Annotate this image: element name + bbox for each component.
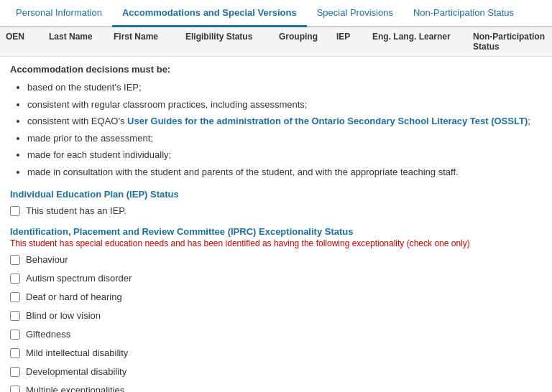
tab-special-provisions[interactable]: Special Provisions xyxy=(307,0,403,27)
osslt-link[interactable]: User Guides for the administration of th… xyxy=(127,116,528,126)
bullet-5: made for each student individually; xyxy=(27,148,542,162)
main-content: Accommodation decisions must be: based o… xyxy=(0,57,552,392)
col-header-oen: OEN xyxy=(6,32,49,52)
iprc-checkbox-giftedness[interactable] xyxy=(10,330,20,340)
iprc-checkbox-autism[interactable] xyxy=(10,274,20,284)
col-header-lastname: Last Name xyxy=(49,32,114,52)
col-header-eligibility: Eligibility Status xyxy=(185,32,279,52)
iprc-section: Identification, Placement and Review Com… xyxy=(10,226,542,392)
list-item: Deaf or hard of hearing xyxy=(10,291,542,302)
table-header-row: OEN Last Name First Name Eligibility Sta… xyxy=(0,27,552,57)
iprc-subtitle: This student has special education needs… xyxy=(10,238,542,248)
bullet-1: based on the student's IEP; xyxy=(27,80,542,95)
iprc-label-deaf: Deaf or hard of hearing xyxy=(26,291,122,302)
tab-personal-info[interactable]: Personal Information xyxy=(6,0,112,27)
bullet-3-post: ; xyxy=(528,116,530,126)
tab-non-participation[interactable]: Non-Participation Status xyxy=(403,0,524,27)
list-item: Autism spectrum disorder xyxy=(10,273,542,284)
iprc-checkbox-list: BehaviourAutism spectrum disorderDeaf or… xyxy=(10,254,542,392)
iprc-checkbox-multiple[interactable] xyxy=(10,386,20,393)
bullet-6: made in consultation with the student an… xyxy=(27,165,542,179)
iprc-checkbox-developmental[interactable] xyxy=(10,367,20,377)
iprc-title: Identification, Placement and Review Com… xyxy=(10,226,542,237)
list-item: Blind or low vision xyxy=(10,310,542,321)
list-item: Behaviour xyxy=(10,254,542,265)
bullet-3: consistent with EQAO's User Guides for t… xyxy=(27,114,542,129)
accommodation-section: Accommodation decisions must be: based o… xyxy=(10,64,542,179)
list-item: Multiple exceptionalities xyxy=(10,385,542,392)
iprc-checkbox-mild-intellectual[interactable] xyxy=(10,348,20,358)
iep-checkbox[interactable] xyxy=(10,206,20,216)
iprc-label-blind: Blind or low vision xyxy=(26,310,101,321)
iprc-label-giftedness: Giftedness xyxy=(26,329,70,340)
iprc-label-behaviour: Behaviour xyxy=(26,254,68,265)
accommodation-header: Accommodation decisions must be: xyxy=(10,64,542,75)
list-item: Mild intellectual disability xyxy=(10,347,542,358)
bullet-4: made prior to the assessment; xyxy=(27,131,542,146)
iep-section: Individual Education Plan (IEP) Status T… xyxy=(10,189,542,216)
iep-checkbox-row: This student has an IEP. xyxy=(10,205,542,216)
bullet-2: consistent with regular classroom practi… xyxy=(27,98,542,112)
iep-checkbox-label: This student has an IEP. xyxy=(26,205,126,216)
accommodation-bullets: based on the student's IEP; consistent w… xyxy=(10,80,542,179)
tab-accommodations[interactable]: Accommodations and Special Versions xyxy=(112,0,307,27)
col-header-eng-lang: Eng. Lang. Learner xyxy=(372,32,473,52)
iprc-label-developmental: Developmental disability xyxy=(26,366,126,377)
iprc-checkbox-deaf[interactable] xyxy=(10,292,20,302)
col-header-grouping: Grouping xyxy=(279,32,336,52)
iprc-label-mild-intellectual: Mild intellectual disability xyxy=(26,347,128,358)
iprc-label-multiple: Multiple exceptionalities xyxy=(26,385,124,392)
iprc-label-autism: Autism spectrum disorder xyxy=(26,273,132,284)
iprc-checkbox-behaviour[interactable] xyxy=(10,255,20,265)
navigation-tabs: Personal Information Accommodations and … xyxy=(0,0,552,27)
iprc-checkbox-blind[interactable] xyxy=(10,311,20,321)
list-item: Giftedness xyxy=(10,329,542,340)
col-header-iep: IEP xyxy=(336,32,372,52)
bullet-3-pre: consistent with EQAO's xyxy=(27,116,127,126)
iep-section-title: Individual Education Plan (IEP) Status xyxy=(10,189,542,200)
col-header-firstname: First Name xyxy=(114,32,185,52)
list-item: Developmental disability xyxy=(10,366,542,377)
col-header-non-part: Non-Participation Status xyxy=(473,32,546,52)
